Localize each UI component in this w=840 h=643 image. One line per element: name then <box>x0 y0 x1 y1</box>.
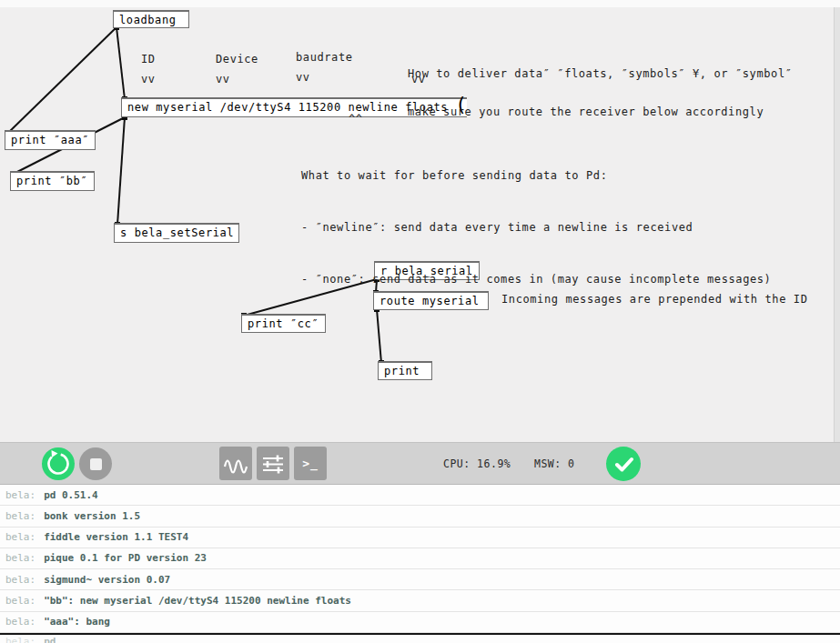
comment-col-device: Device <box>216 53 258 65</box>
sliders-icon <box>257 447 289 480</box>
console-message: fiddle version 1.1 TEST4 <box>44 531 188 543</box>
stop-button[interactable] <box>79 447 112 480</box>
canvas-scrollbar[interactable] <box>834 7 840 442</box>
console-message: "aaa": bang <box>44 616 110 628</box>
comment-col-id: ID <box>141 53 156 65</box>
patch-cord <box>117 117 125 225</box>
console-row: bela:"aaa": bang <box>0 612 840 633</box>
console-prefix: bela: <box>5 616 35 628</box>
comment-incoming-messages: Incoming messages are prepended with the… <box>501 293 807 306</box>
console-message: bonk version 1.5 <box>44 510 140 522</box>
comment-line: - ″newline″: send data every time a newl… <box>301 219 771 236</box>
console-row: bela:sigmund~ version 0.07 <box>0 569 840 590</box>
object-text: loadbang <box>119 14 177 26</box>
msw-indicator: MSW: 0 <box>534 457 575 470</box>
message-text: new myserial /dev/ttyS4 115200 newline f… <box>127 101 448 114</box>
console-prefix: bela: <box>5 510 35 522</box>
console-prefix: bela: <box>5 552 35 564</box>
comment-arrow-down: vv <box>296 71 310 84</box>
comment-col-baudrate: baudrate <box>296 51 353 64</box>
scope-button[interactable] <box>219 447 252 480</box>
status-ok-button[interactable] <box>606 447 641 481</box>
run-button[interactable] <box>42 447 75 480</box>
object-print[interactable]: print <box>378 361 432 380</box>
checkmark-icon <box>606 447 641 481</box>
console-message: pd 0.51.4 <box>44 489 98 501</box>
object-text: print ″bb″ <box>16 175 87 187</box>
comment-arrow-down: vv <box>141 73 156 85</box>
console-row: bela:fiddle version 1.1 TEST4 <box>0 527 840 548</box>
run-circular-arrow-icon <box>42 447 75 480</box>
patch-cord <box>116 27 125 99</box>
object-send-bela-setserial[interactable]: s bela_setSerial <box>114 223 239 243</box>
object-text: print <box>384 365 420 377</box>
terminal-button[interactable]: >_ <box>294 447 327 480</box>
toolbar: >_ CPU: 16.9% MSW: 0 <box>0 442 840 484</box>
object-text: s bela_setSerial <box>120 226 234 239</box>
waveform-icon <box>219 447 252 480</box>
object-text: print ″aaa″ <box>11 134 89 146</box>
settings-sliders-button[interactable] <box>257 447 289 480</box>
console-prefix: bela: <box>5 531 35 543</box>
stop-icon <box>90 458 102 470</box>
console-message: pique 0.1 for PD version 23 <box>44 552 207 564</box>
comment-line: How to deliver data″ ″floats, ″symbols″ … <box>408 67 793 80</box>
console-divider <box>0 633 840 635</box>
comment-arrow-up: ^^ <box>349 113 363 126</box>
pd-canvas[interactable]: loadbang new myserial /dev/ttyS4 115200 … <box>0 0 840 442</box>
console-row: bela:bonk version 1.5 <box>0 506 840 527</box>
cpu-indicator: CPU: 16.9% <box>443 457 511 470</box>
comment-line: What to wait for before sending data to … <box>301 167 771 185</box>
console-prefix: bela: <box>5 595 35 607</box>
console-prefix: bela: <box>5 489 35 501</box>
console-row: bela:"bb": new myserial /dev/ttyS4 11520… <box>0 590 840 611</box>
object-print-bb[interactable]: print ″bb″ <box>10 171 95 191</box>
terminal-icon: >_ <box>302 457 319 470</box>
console-prefix: bela: <box>5 637 35 643</box>
console-row: bela:pd 0.51.4 <box>0 485 840 506</box>
console-row-partial: bela:pd ... <box>0 637 840 643</box>
comment-arrow-down: vv <box>216 73 230 85</box>
console-log[interactable]: bela:pd 0.51.4 bela:bonk version 1.5 bel… <box>0 484 840 643</box>
comment-line: make sure you route the receiver below a… <box>408 105 793 118</box>
object-print-aaa[interactable]: print ″aaa″ <box>5 130 96 150</box>
console-row: bela:pique 0.1 for PD version 23 <box>0 548 840 569</box>
object-loadbang[interactable]: loadbang <box>113 10 189 28</box>
patch-cord <box>8 27 116 133</box>
bela-pd-window: loadbang new myserial /dev/ttyS4 115200 … <box>0 0 840 643</box>
comment-line: - ″none″: send data as it comes in (may … <box>301 271 771 288</box>
console-message: sigmund~ version 0.07 <box>44 574 170 586</box>
console-prefix: bela: <box>5 574 35 586</box>
console-message: pd ... <box>44 637 80 643</box>
console-message: "bb": new myserial /dev/ttyS4 115200 new… <box>44 595 351 607</box>
comment-how-to-deliver: How to deliver data″ ″floats, ″symbols″ … <box>408 42 793 144</box>
